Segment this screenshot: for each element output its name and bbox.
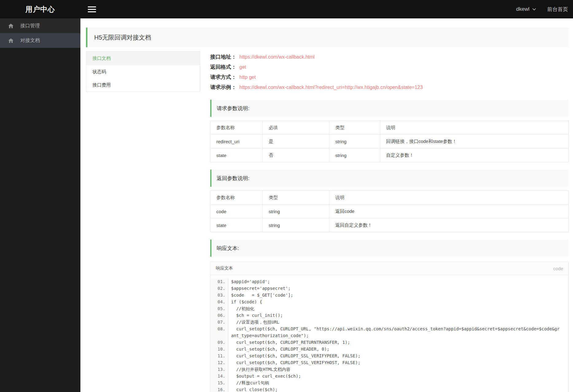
line-number: 11.: [211, 352, 228, 359]
submenu-item-1[interactable]: 状态码: [86, 65, 200, 78]
table-cell: string: [329, 148, 380, 162]
response-text-section-header: 响应文本:: [210, 240, 569, 257]
line-number: 15.: [211, 379, 228, 386]
table-header-row: 参数名称类型说明: [211, 191, 569, 205]
code-line: 06. $ch = curl_init();: [211, 312, 568, 319]
table-cell: state: [211, 148, 263, 162]
code-line: 15. //释放curl句柄: [211, 379, 568, 386]
code-line: 11. curl_setopt($ch, CURLOPT_SSL_VERIFYP…: [211, 352, 568, 359]
code-language-badge: code: [553, 266, 563, 271]
line-number: 02.: [211, 285, 228, 292]
table-cell: 是: [263, 135, 329, 148]
table-cell: state: [211, 218, 263, 232]
code-text: $code = $_GET['code'];: [228, 292, 568, 298]
info-value[interactable]: https://dkewl.com/wx-callback.html?redir…: [239, 85, 423, 90]
column-header: 类型: [329, 121, 380, 135]
info-row-1: 返回格式：get: [210, 62, 569, 72]
code-line: 02.$appsecret='appsecret';: [211, 285, 568, 292]
hamburger-bar: [88, 6, 96, 7]
sidebar-item-1[interactable]: 对接文档: [0, 33, 80, 48]
code-text: curl_setopt($ch, CURLOPT_SSL_VERIFYHOST,…: [228, 359, 568, 366]
request-params-section-header: 请求参数说明:: [210, 100, 569, 117]
column-header: 必填: [263, 121, 329, 135]
hamburger-menu-icon[interactable]: [87, 4, 97, 15]
line-number: 14.: [211, 373, 228, 379]
column-header: 说明: [380, 121, 569, 135]
table-cell: 返回自定义参数！: [329, 218, 569, 232]
page-title: H5无限回调对接文档: [94, 33, 151, 42]
code-text: //设置选项，包括URL: [228, 319, 568, 325]
table-cell: 返回code: [329, 205, 569, 218]
page-title-card: H5无限回调对接文档: [86, 28, 569, 47]
code-body: 01.$appid='appid';02.$appsecret='appsecr…: [211, 275, 568, 392]
section-title: 返回参数说明:: [217, 175, 250, 182]
code-line: 13. //执行并获取HTML文档内容: [211, 366, 568, 373]
info-label: 请求示例：: [210, 84, 236, 90]
table-cell: 否: [263, 148, 329, 162]
line-number: 05.: [211, 305, 228, 312]
info-label: 返回格式：: [210, 64, 236, 70]
code-text: curl_setopt($ch, CURLOPT_SSL_VERIFYPEER,…: [228, 352, 568, 359]
line-number: 07.: [211, 319, 228, 325]
app-brand: 用户中心: [0, 5, 80, 14]
column-header: 类型: [263, 191, 329, 205]
sidebar-item-0[interactable]: 接口管理: [0, 18, 80, 33]
response-params-table: 参数名称类型说明codestring返回codestatestring返回自定义…: [210, 190, 569, 232]
info-label: 请求方式：: [210, 74, 236, 80]
code-text: //初始化: [228, 305, 568, 312]
code-text: curl_close($ch);: [228, 386, 568, 392]
info-row-0: 接口地址：https://dkewl.com/wx-callback.html: [210, 52, 569, 62]
request-params-table: 参数名称必填类型说明redirect_uri是string回调链接，接口code…: [210, 121, 569, 162]
table-cell: code: [211, 205, 263, 218]
info-row-3: 请求示例：https://dkewl.com/wx-callback.html?…: [210, 82, 569, 92]
line-number: 03.: [211, 292, 228, 298]
response-code-panel: 响应文本 code 01.$appid='appid';02.$appsecre…: [210, 262, 569, 392]
code-panel-title: 响应文本: [216, 266, 233, 271]
doc-submenu: 接口文档状态码接口费用: [86, 51, 200, 92]
user-dropdown[interactable]: dkewl: [516, 6, 536, 12]
code-line: 12. curl_setopt($ch, CURLOPT_SSL_VERIFYH…: [211, 359, 568, 366]
code-line: 10. curl_setopt($ch, CURLOPT_HEADER, 0);: [211, 346, 568, 352]
line-number: 10.: [211, 346, 228, 352]
sidebar-item-label: 接口管理: [20, 23, 40, 29]
info-value: get: [239, 64, 246, 70]
line-number: 06.: [211, 312, 228, 319]
table-cell: redirect_uri: [211, 135, 263, 148]
main-content: H5无限回调对接文档 接口文档状态码接口费用 接口地址：https://dkew…: [80, 18, 573, 392]
code-line: 09. curl_setopt($ch, CURLOPT_RETURNTRANS…: [211, 339, 568, 346]
submenu-item-2[interactable]: 接口费用: [86, 78, 200, 91]
table-cell: 回调链接，接口code和state参数！: [380, 135, 569, 148]
info-value[interactable]: https://dkewl.com/wx-callback.html: [239, 54, 315, 60]
code-text: $appsecret='appsecret';: [228, 285, 568, 292]
table-cell: 自定义参数！: [380, 148, 569, 162]
doc-column: 接口地址：https://dkewl.com/wx-callback.html返…: [210, 51, 569, 392]
code-text: curl_setopt($ch, CURLOPT_RETURNTRANSFER,…: [228, 339, 568, 346]
table-cell: string: [329, 135, 380, 148]
table-header-row: 参数名称必填类型说明: [211, 121, 569, 135]
sidebar-item-label: 对接文档: [20, 37, 40, 44]
line-number: 08.: [211, 325, 228, 339]
code-text: $ch = curl_init();: [228, 312, 568, 319]
front-home-link[interactable]: 前台首页: [547, 6, 568, 13]
code-text: $appid='appid';: [228, 278, 568, 285]
code-line: 03.$code = $_GET['code'];: [211, 292, 568, 298]
username: dkewl: [516, 6, 529, 12]
table-row: codestring返回code: [211, 205, 569, 218]
hamburger-bar: [88, 11, 96, 12]
table-cell: string: [263, 205, 329, 218]
column-header: 参数名称: [211, 191, 263, 205]
code-text: $output = curl_exec($ch);: [228, 373, 568, 379]
hamburger-bar: [88, 9, 96, 10]
column-header: 参数名称: [211, 121, 263, 135]
line-number: 01.: [211, 278, 228, 285]
line-number: 13.: [211, 366, 228, 373]
top-header: 用户中心 dkewl 前台首页: [0, 0, 573, 18]
code-line: 08. curl_setopt($ch, CURLOPT_URL, "https…: [211, 325, 568, 339]
line-number: 09.: [211, 339, 228, 346]
code-line: 07. //设置选项，包括URL: [211, 319, 568, 325]
header-right: dkewl 前台首页: [516, 6, 573, 13]
submenu-item-0[interactable]: 接口文档: [86, 52, 200, 65]
info-value[interactable]: http get: [239, 75, 256, 80]
info-label: 接口地址：: [210, 54, 236, 60]
line-number: 16.: [211, 386, 228, 392]
